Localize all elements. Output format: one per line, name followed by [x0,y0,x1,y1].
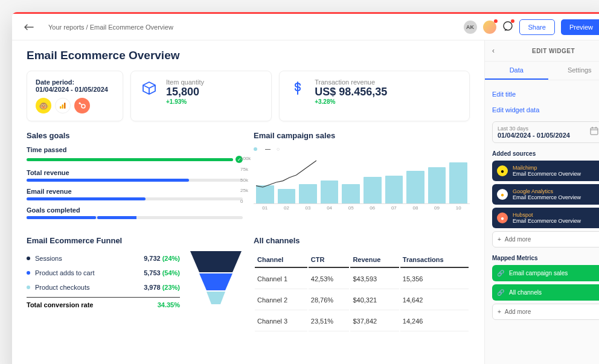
chat-icon[interactable] [502,21,513,34]
back-button[interactable] [22,20,36,34]
sidebar-title: EDIT WIDGET [503,48,599,54]
goal-row: Time passed✓ [27,146,243,163]
table-row: Channel 228,76%$40,32114,642 [255,290,469,310]
box-icon [139,78,159,98]
svg-marker-7 [190,251,242,272]
sidebar-back-button[interactable]: ‹ [492,46,503,55]
chart-bar [342,184,360,203]
svg-rect-1 [60,106,62,109]
date-period-card: Date period: 01/04/2024 - 01/05/2024 🐵 [27,71,123,121]
date-picker-value: 01/04/2024 - 01/05/2024 [498,132,570,139]
chart-bar [278,189,296,203]
chart-bar [299,184,317,203]
svg-point-0 [504,22,512,30]
avatar-ak[interactable]: AK [464,21,477,34]
section-title: Email campaign sales [254,131,470,140]
tab-data[interactable]: Data [485,62,548,80]
breadcrumb: Your reports / Email Ecommerce Overview [48,24,464,31]
page-title: Email Ecommerce Overview [27,49,470,62]
svg-marker-8 [199,273,232,290]
svg-point-6 [79,103,81,104]
all-channels-section: All channels ChannelCTRRevenueTransactio… [254,236,470,333]
chart-bar [364,177,382,203]
goal-row: Goals completed [27,206,243,219]
section-title: All channels [254,236,470,245]
table-row: Channel 142,53%$43,59315,356 [255,269,469,289]
funnel-chart [188,251,243,311]
section-title: Email Ecommerce Funnel [27,236,243,245]
edit-widget-sidebar: ‹ EDIT WIDGET Data Settings Edit title› … [484,40,599,364]
sales-goals-section: Sales goals Time passed✓Total revenueEma… [27,131,243,225]
email-campaign-chart: Email campaign sales — ○ 100k75k50k25k0 … [254,131,470,225]
chart-bar [256,185,274,203]
date-range-picker[interactable]: Last 30 days 01/04/2024 - 01/05/2024 [492,121,599,143]
chart-bar [428,167,446,203]
avatar-user[interactable] [483,21,496,34]
share-button[interactable]: Share [519,19,555,35]
date-period-range: 01/04/2024 - 01/05/2024 [36,86,114,93]
chart-bar [449,162,467,203]
hubspot-icon [74,98,90,113]
goal-row: Total revenue [27,169,243,182]
kpi-transaction-revenue: Transaction revenue US$ 98.456,35 +3.28% [279,71,470,121]
add-source-button[interactable]: + Add more [492,231,599,247]
metric-item[interactable]: 🔗Email campaign sales [492,265,599,281]
kpi-value: 15,800 [166,86,204,98]
funnel-row: Sessions9,732 (24%) [27,251,180,266]
source-item[interactable]: ●Google AnalyticsEmail Ecommerce Overvie… [492,184,599,205]
add-metric-button[interactable]: + Add more [492,304,599,320]
dollar-icon [288,78,307,98]
funnel-row: Product checkouts3,978 (23%) [27,280,180,295]
source-item[interactable]: ●HubspotEmail Ecommerce Overview [492,208,599,228]
funnel-section: Email Ecommerce Funnel Sessions9,732 (24… [27,236,243,333]
plus-icon: + [498,308,501,315]
edit-title-row[interactable]: Edit title› [492,86,599,102]
edit-widget-data-row[interactable]: Edit widget data▾ [492,102,599,118]
funnel-row: Product adds to cart5,753 (54%) [27,266,180,280]
svg-rect-10 [591,128,598,135]
chart-bar [385,176,403,203]
mailchimp-icon: 🐵 [36,98,51,113]
section-title: Sales goals [27,131,243,140]
channels-table: ChannelCTRRevenueTransactions Channel 14… [254,251,470,333]
chart-bar [406,171,424,203]
svg-rect-3 [64,103,66,109]
link-icon: 🔗 [497,289,504,296]
table-row: Channel 323,51%$37,84214,246 [255,311,469,331]
kpi-delta: +3.28% [315,98,387,105]
svg-marker-9 [207,292,225,304]
kpi-value: US$ 98.456,35 [315,86,387,98]
kpi-delta: +1.93% [166,98,204,105]
calendar-icon [590,127,598,138]
google-analytics-icon [55,98,71,113]
date-picker-label: Last 30 days [498,126,570,132]
added-sources-label: Added sources [492,150,599,157]
metric-item[interactable]: 🔗All channels [492,284,599,301]
tab-settings[interactable]: Settings [548,62,600,80]
preview-button[interactable]: Preview [561,19,599,35]
kpi-label: Item quantity [166,78,204,86]
date-period-label: Date period: [36,78,114,86]
svg-rect-2 [62,104,64,109]
source-item[interactable]: ●MailchimpEmail Ecommerce Overview [492,161,599,181]
chart-bar [321,180,339,203]
goal-row: Email revenue [27,188,243,200]
plus-icon: + [498,236,501,243]
mapped-metrics-label: Mapped Metrics [492,255,599,261]
chart-legend: — ○ [254,146,470,152]
kpi-item-quantity: Item quantity 15,800 +1.93% [130,71,272,121]
kpi-label: Transaction revenue [315,78,387,86]
link-icon: 🔗 [497,270,504,276]
